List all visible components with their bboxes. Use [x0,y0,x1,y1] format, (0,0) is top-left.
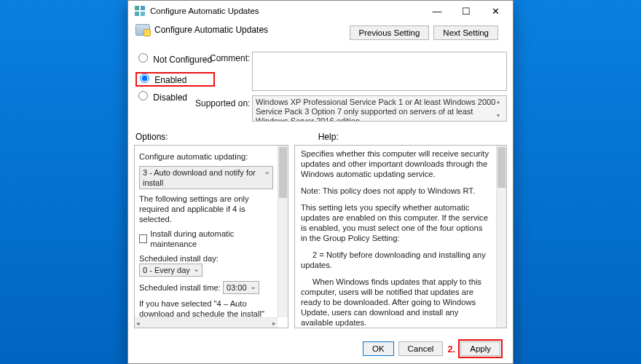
option4-para: If you have selected "4 – Auto download … [139,298,273,317]
window-title: Configure Automatic Updates [150,7,259,15]
radio-label: Enabled [154,75,186,85]
options-vscrollbar[interactable] [278,146,288,317]
nav-buttons: Previous Setting Next Setting [350,25,498,40]
supported-scrollbar[interactable]: ▴▾ [497,97,506,120]
dialog-footer: OK Cancel 2. Apply [128,334,513,363]
window-controls: — ☐ ✕ [422,1,510,20]
options-content: Configure automatic updating: 3 - Auto d… [135,146,278,317]
scheduled-time-label: Scheduled install time: [139,283,221,292]
install-maintenance-label: Install during automatic maintenance [150,229,273,249]
supported-on-text: Windows XP Professional Service Pack 1 o… [256,98,495,122]
help-p4: 2 = Notify before downloading and instal… [301,250,490,270]
radio-input-enabled[interactable] [140,74,149,83]
radio-input-disabled[interactable] [138,91,148,100]
options-hscrollbar[interactable]: ◂▸ [135,317,278,328]
policy-card-icon [135,24,150,36]
options-req-note: The following settings are only required… [139,194,273,224]
radio-label: Not Configured [153,55,212,65]
checkbox-install-maintenance[interactable] [139,234,147,243]
options-pane: Configure automatic updating: 3 - Auto d… [134,145,288,328]
annotation-2: 2. [447,344,455,355]
install-maintenance-row[interactable]: Install during automatic maintenance [139,229,273,249]
maximize-button[interactable]: ☐ [452,1,481,20]
help-p3: This setting lets you specify whether au… [301,202,490,243]
policy-icon [134,5,146,17]
next-setting-button[interactable]: Next Setting [433,25,498,40]
radio-enabled[interactable]: Enabled [135,72,215,87]
configure-updating-label: Configure automatic updating: [139,151,273,162]
help-p1: Specifies whether this computer will rec… [301,149,490,179]
comment-label: Comment: [210,53,250,63]
options-header: Options: [135,132,168,142]
help-vscrollbar[interactable] [496,146,506,328]
radio-not-configured[interactable]: Not Configured [135,53,215,68]
gpo-dialog: Configure Automatic Updates — ☐ ✕ Config… [127,0,514,364]
supported-on-box: Windows XP Professional Service Pack 1 o… [252,95,507,122]
comment-textarea[interactable] [252,52,507,91]
scheduled-day-row: Scheduled install day: 0 - Every day [139,253,273,277]
scheduled-day-label: Scheduled install day: [139,254,219,263]
radio-label: Disabled [153,92,187,103]
scheduled-time-combo[interactable]: 03:00 [223,281,259,294]
help-pane: Specifies whether this computer will rec… [294,145,507,328]
policy-subtitle: Configure Automatic Updates [154,25,268,35]
apply-button-highlight: Apply [458,339,503,358]
help-p5: When Windows finds updates that apply to… [301,277,490,328]
titlebar[interactable]: Configure Automatic Updates — ☐ ✕ [128,1,513,21]
help-p2: Note: This policy does not apply to Wind… [301,186,490,196]
ok-button[interactable]: OK [363,341,394,356]
configure-updating-combo[interactable]: 3 - Auto download and notify for install [139,166,273,189]
close-button[interactable]: ✕ [481,1,510,20]
previous-setting-button[interactable]: Previous Setting [350,25,430,40]
minimize-button[interactable]: — [422,1,452,20]
scheduled-time-row: Scheduled install time: 03:00 [139,281,273,294]
scheduled-day-combo[interactable]: 0 - Every day [139,264,202,277]
pane-headers: Options: Help: [135,132,506,142]
supported-on-label: Supported on: [195,98,250,108]
help-content: Specifies whether this computer will rec… [295,146,496,328]
cancel-button[interactable]: Cancel [398,341,444,356]
radio-input-not-configured[interactable] [138,53,148,63]
apply-button[interactable]: Apply [460,341,500,356]
help-header: Help: [318,132,339,142]
